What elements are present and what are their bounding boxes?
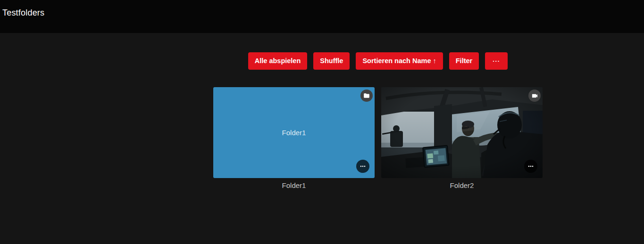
folder-icon [360,89,373,102]
sort-button[interactable]: Sortieren nach Name↑ [356,52,443,70]
folder2-thumbnail-image [381,87,543,178]
folder2-caption[interactable]: Folder2 [381,181,543,189]
card-grid: Folder1 Folder1 [213,87,543,189]
folder2-card[interactable] [381,87,543,178]
horizontal-ellipsis-icon: ··· [493,57,500,65]
filter-label: Filter [456,57,472,65]
videocam-icon [528,89,541,102]
more-dots-icon [527,163,535,170]
filter-button[interactable]: Filter [449,52,479,70]
folder1-more-button[interactable] [356,160,369,173]
library-toolbar: Alle abspielen Shuffle Sortieren nach Na… [213,52,543,70]
play-all-button[interactable]: Alle abspielen [248,52,308,70]
toolbar-more-button[interactable]: ··· [485,52,508,70]
play-all-label: Alle abspielen [255,57,301,65]
sort-label: Sortieren nach Name [362,57,431,65]
card-column-folder1: Folder1 Folder1 [213,87,375,189]
more-dots-icon [359,163,367,170]
library-content: Alle abspielen Shuffle Sortieren nach Na… [213,52,543,189]
folder2-more-button[interactable] [524,160,537,173]
sort-ascending-icon: ↑ [433,57,436,65]
card-column-folder2: Folder2 [381,87,543,189]
shuffle-button[interactable]: Shuffle [313,52,350,70]
page-title: Testfolders [2,8,44,17]
app-header: Testfolders [0,0,644,33]
folder1-caption[interactable]: Folder1 [213,181,375,189]
shuffle-label: Shuffle [320,57,343,65]
folder1-card-label: Folder1 [282,129,306,137]
folder1-card[interactable]: Folder1 [213,87,375,178]
